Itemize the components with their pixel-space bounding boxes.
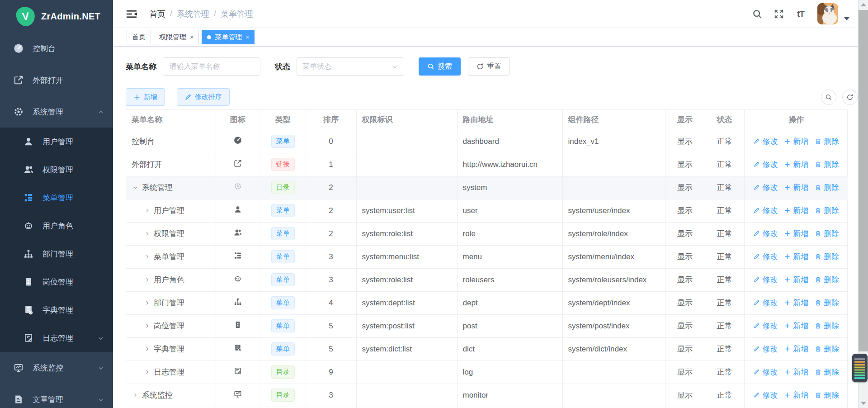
chevron-down-icon (98, 396, 104, 403)
type-tag: 目录 (271, 389, 295, 402)
delete-link[interactable]: 删除 (815, 136, 839, 147)
toggle-search-button[interactable] (821, 90, 836, 105)
sidebar-item-user[interactable]: 用户管理 (0, 128, 113, 156)
add-link[interactable]: 新增 (784, 136, 808, 147)
reset-button[interactable]: 重置 (468, 57, 510, 76)
menu-icon-cell (216, 199, 260, 222)
sidebar-item-dashboard[interactable]: 控制台 (0, 33, 113, 64)
plus-icon (784, 323, 791, 329)
edit-link[interactable]: 修改 (753, 367, 778, 377)
scrollbar-thumb[interactable] (859, 10, 868, 351)
sidebar-item-badge[interactable]: 岗位管理 (0, 268, 113, 296)
menu-icon-cell (216, 268, 260, 291)
tabs-bar: 首页权限管理×菜单管理× (113, 28, 868, 47)
add-link[interactable]: 新增 (784, 390, 808, 400)
delete-link[interactable]: 删除 (815, 205, 839, 216)
menu-icon-cell (216, 153, 260, 176)
delete-link-label: 删除 (824, 182, 839, 193)
avatar[interactable] (817, 3, 838, 24)
add-link[interactable]: 新增 (784, 344, 808, 354)
font-size-icon[interactable]: tT (796, 9, 806, 19)
sidebar-item-robot[interactable]: 用户角色 (0, 212, 113, 240)
dashboard-icon (234, 136, 242, 144)
sidebar-item-users[interactable]: 权限管理 (0, 156, 113, 184)
add-link[interactable]: 新增 (784, 321, 808, 331)
add-link[interactable]: 新增 (784, 205, 808, 216)
monitor-icon (234, 390, 242, 398)
delete-link[interactable]: 删除 (815, 251, 839, 262)
add-link[interactable]: 新增 (784, 182, 808, 193)
edit-link[interactable]: 修改 (753, 205, 778, 216)
user-icon (24, 137, 33, 147)
sidebar-item-book[interactable]: 字典管理 (0, 296, 113, 324)
visible-cell: 显示 (665, 314, 705, 337)
menu-status-select[interactable]: 菜单状态 (297, 57, 404, 76)
edit-link[interactable]: 修改 (753, 136, 778, 147)
plus-icon (784, 392, 791, 399)
chevron-right-icon (143, 230, 151, 237)
refresh-table-button[interactable] (842, 90, 858, 105)
add-link[interactable]: 新增 (784, 275, 808, 285)
tab-权限管理[interactable]: 权限管理× (154, 30, 199, 44)
edit-link[interactable]: 修改 (753, 390, 778, 400)
browser-scrollbar[interactable] (858, 0, 868, 408)
sidebar-item-article[interactable]: 文章管理 (0, 384, 113, 408)
edit-link[interactable]: 修改 (753, 159, 778, 170)
close-icon[interactable]: × (245, 34, 249, 40)
sidebar-item-log[interactable]: 日志管理 (0, 324, 113, 352)
search-button[interactable]: 搜索 (419, 57, 461, 76)
delete-link[interactable]: 删除 (815, 228, 839, 239)
edit-link[interactable]: 修改 (753, 182, 778, 193)
route-cell: http://www.izhaorui.cn (457, 153, 562, 176)
sidebar-item-menu-tree[interactable]: 菜单管理 (0, 184, 113, 212)
component-cell: system/post/index (562, 314, 665, 337)
table-row: 部门管理菜单4system:dept:listdeptsystem/dept/i… (126, 291, 848, 314)
app-logo[interactable]: V ZrAdmin.NET (0, 0, 113, 33)
menu-name-input[interactable] (163, 57, 260, 76)
plus-icon (784, 299, 791, 306)
sidebar-item-monitor[interactable]: 系统监控 (0, 352, 113, 384)
sidebar-collapse-button[interactable] (127, 9, 137, 19)
pencil-icon (753, 276, 760, 283)
scroll-up-arrow-icon[interactable] (859, 3, 868, 6)
delete-link[interactable]: 删除 (815, 275, 839, 285)
delete-link[interactable]: 删除 (815, 344, 839, 354)
add-link[interactable]: 新增 (784, 159, 808, 170)
edit-link[interactable]: 修改 (753, 321, 778, 331)
delete-link[interactable]: 删除 (815, 367, 839, 377)
edit-link[interactable]: 修改 (753, 344, 778, 354)
delete-link[interactable]: 删除 (815, 159, 839, 170)
sidebar-item-org-tree[interactable]: 部门管理 (0, 240, 113, 268)
delete-link[interactable]: 删除 (815, 298, 839, 308)
operations-cell: 修改新增删除 (744, 153, 848, 176)
edit-link-label: 修改 (762, 136, 778, 147)
add-link[interactable]: 新增 (784, 367, 808, 377)
user-menu-caret-icon[interactable] (844, 17, 850, 20)
tab-首页[interactable]: 首页 (127, 30, 151, 44)
add-link[interactable]: 新增 (784, 228, 808, 239)
column-header: 组件路径 (562, 110, 665, 130)
edit-link[interactable]: 修改 (753, 228, 778, 239)
delete-link[interactable]: 删除 (815, 321, 839, 331)
sidebar-item-gear[interactable]: 系统管理 (0, 96, 113, 128)
delete-link[interactable]: 删除 (815, 390, 839, 400)
scroll-down-arrow-icon[interactable] (859, 402, 868, 405)
search-icon[interactable] (752, 9, 762, 19)
edit-sort-button[interactable]: 修改排序 (177, 88, 230, 106)
add-button[interactable]: 新增 (126, 88, 165, 106)
close-icon[interactable]: × (190, 34, 193, 40)
fullscreen-icon[interactable] (774, 9, 784, 19)
edit-link[interactable]: 修改 (753, 298, 778, 308)
menu-type-cell: 菜单 (260, 245, 306, 268)
visible-cell: 显示 (665, 384, 705, 407)
add-link[interactable]: 新增 (784, 298, 808, 308)
add-link[interactable]: 新增 (784, 251, 808, 262)
sidebar-item-external-link[interactable]: 外部打开 (0, 64, 113, 96)
edit-link[interactable]: 修改 (753, 251, 778, 262)
sidebar-item-label: 岗位管理 (42, 277, 73, 287)
edit-link[interactable]: 修改 (753, 275, 778, 285)
user-menu[interactable] (817, 3, 850, 24)
tab-菜单管理[interactable]: 菜单管理× (202, 30, 255, 44)
delete-link[interactable]: 删除 (815, 182, 839, 193)
breadcrumb-item[interactable]: 首页 (149, 9, 165, 19)
